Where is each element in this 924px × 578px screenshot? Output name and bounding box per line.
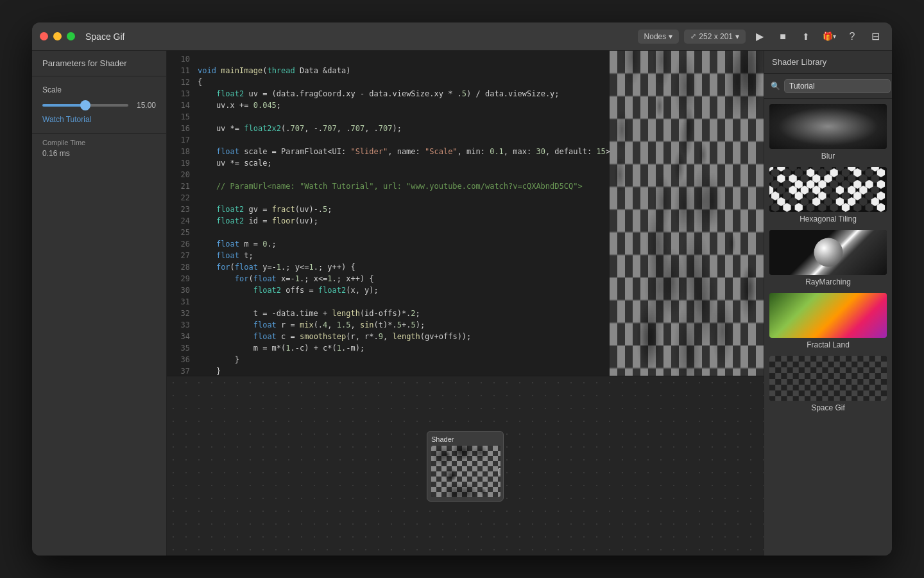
line-code: for(float y=-1.; y<=1.; y++) { — [198, 261, 355, 273]
resize-icon: ⤢ — [690, 32, 696, 40]
search-icon: 🔍 — [771, 82, 780, 91]
center-area: 1011void mainImage(thread Data &data)12{… — [167, 51, 764, 556]
code-line: 37 } — [167, 365, 610, 376]
line-code: uv.x += 0.045; — [198, 100, 281, 111]
shader-preview-canvas — [610, 51, 764, 376]
line-code: float m = 0.; — [198, 238, 277, 250]
code-line: 20 — [167, 169, 610, 180]
shader-node[interactable]: Shader — [427, 431, 504, 502]
code-preview-area: 1011void mainImage(thread Data &data)12{… — [167, 51, 764, 376]
line-number: 29 — [172, 273, 190, 285]
code-line: 25 — [167, 227, 610, 238]
shader-library: Shader Library 🔍 ✕ BlurHexagonal TilingR… — [764, 51, 892, 556]
library-item[interactable]: Blur — [769, 104, 887, 161]
traffic-lights — [40, 32, 75, 40]
shader-node-output-port[interactable] — [498, 468, 501, 475]
library-item[interactable]: RayMarching — [769, 230, 887, 286]
library-item[interactable]: Hexagonal Tiling — [769, 167, 887, 223]
play-button[interactable]: ▶ — [751, 28, 769, 46]
code-line: 14 uv.x += 0.045; — [167, 100, 610, 111]
line-code: float r = mix(.4, 1.5, sin(t)*.5+.5); — [198, 319, 425, 331]
code-line: 11void mainImage(thread Data &data) — [167, 65, 610, 76]
line-number: 22 — [172, 192, 190, 204]
line-code: m = m*(1.-c) + c*(1.-m); — [198, 342, 364, 354]
code-line: 31 — [167, 296, 610, 308]
line-number: 36 — [172, 354, 190, 365]
chevron-down-icon: ▾ — [669, 32, 672, 41]
help-button[interactable]: ? — [843, 28, 861, 46]
line-number: 37 — [172, 365, 190, 376]
scale-slider-row: 15.00 — [42, 101, 156, 110]
scale-slider[interactable] — [42, 104, 128, 107]
library-item-thumbnail — [769, 104, 887, 149]
library-search: 🔍 ✕ — [764, 74, 892, 99]
shader-search-input[interactable] — [784, 79, 891, 93]
library-item-label: Fractal Land — [769, 340, 887, 349]
preview-area — [610, 51, 764, 376]
close-button[interactable] — [40, 32, 48, 40]
main-layout: Parameters for Shader Scale 15.00 Watch … — [32, 51, 892, 556]
nodes-button[interactable]: Nodes ▾ — [638, 30, 680, 44]
line-code: float2 uv = (data.fragCoord.xy - data.vi… — [198, 88, 560, 100]
code-editor[interactable]: 1011void mainImage(thread Data &data)12{… — [167, 51, 610, 376]
line-number: 11 — [172, 65, 190, 76]
line-number: 30 — [172, 285, 190, 296]
shader-node-title: Shader — [431, 435, 499, 443]
stop-button[interactable]: ■ — [774, 28, 792, 46]
line-number: 14 — [172, 100, 190, 111]
code-line: 24 float2 id = floor(uv); — [167, 215, 610, 227]
line-number: 23 — [172, 204, 190, 215]
watch-tutorial-link[interactable]: Watch Tutorial — [42, 115, 156, 124]
code-line: 22 — [167, 192, 610, 204]
code-line: 35 m = m*(1.-c) + c*(1.-m); — [167, 342, 610, 354]
titlebar-controls: Nodes ▾ ⤢ 252 x 201 ▾ ▶ ■ ⬆ 🎁 ▾ ? — [638, 28, 884, 46]
line-code: float2 id = floor(uv); — [198, 215, 318, 227]
compile-section: Compile Time 0.16 ms — [32, 133, 166, 163]
shader-node-preview — [431, 446, 501, 497]
code-line: 30 float2 offs = float2(x, y); — [167, 285, 610, 296]
library-item[interactable]: Space Gif — [769, 356, 887, 412]
maximize-button[interactable] — [67, 32, 75, 40]
size-label: 252 x 201 — [699, 32, 733, 41]
line-number: 20 — [172, 169, 190, 180]
library-item-label: RayMarching — [769, 277, 887, 286]
line-number: 35 — [172, 342, 190, 354]
compile-time-label: Compile Time — [42, 139, 156, 146]
node-graph[interactable]: Shader — [167, 376, 764, 556]
code-line: 21 // ParamUrl<name: "Watch Tutorial", u… — [167, 180, 610, 192]
panel-icon: ⊟ — [871, 30, 880, 42]
code-line: 33 float r = mix(.4, 1.5, sin(t)*.5+.5); — [167, 319, 610, 331]
panel-toggle-button[interactable]: ⊟ — [866, 28, 884, 46]
line-number: 24 — [172, 215, 190, 227]
line-number: 34 — [172, 331, 190, 342]
line-code: float2 gv = fract(uv)-.5; — [198, 204, 332, 215]
line-code: t = -data.time + length(id-offs)*.2; — [198, 308, 420, 319]
gift-button[interactable]: 🎁 ▾ — [820, 28, 838, 46]
line-number: 32 — [172, 308, 190, 319]
library-items: BlurHexagonal TilingRayMarchingFractal L… — [764, 99, 892, 556]
window-title: Space Gif — [85, 31, 638, 42]
scale-label: Scale — [42, 85, 156, 94]
code-line: 28 for(float y=-1.; y<=1.; y++) { — [167, 261, 610, 273]
library-item-label: Space Gif — [769, 403, 887, 412]
nodes-label: Nodes — [644, 32, 667, 41]
line-number: 31 — [172, 296, 190, 308]
line-number: 15 — [172, 111, 190, 123]
minimize-button[interactable] — [53, 32, 62, 40]
size-button[interactable]: ⤢ 252 x 201 ▾ — [684, 30, 746, 44]
size-chevron-icon: ▾ — [735, 32, 739, 41]
line-code: // ParamUrl<name: "Watch Tutorial", url:… — [198, 180, 583, 192]
library-item[interactable]: Fractal Land — [769, 293, 887, 349]
line-number: 13 — [172, 88, 190, 100]
library-item-thumbnail — [769, 167, 887, 212]
line-number: 16 — [172, 123, 190, 134]
line-number: 27 — [172, 250, 190, 261]
share-button[interactable]: ⬆ — [797, 28, 815, 46]
gift-chevron-icon: ▾ — [833, 33, 836, 40]
compile-time-value: 0.16 ms — [42, 149, 156, 158]
scale-value: 15.00 — [133, 101, 156, 110]
code-line: 23 float2 gv = fract(uv)-.5; — [167, 204, 610, 215]
code-line: 15 — [167, 111, 610, 123]
line-code: float scale = ParamFloat<UI: "Slider", n… — [198, 146, 610, 157]
code-line: 19 uv *= scale; — [167, 157, 610, 169]
